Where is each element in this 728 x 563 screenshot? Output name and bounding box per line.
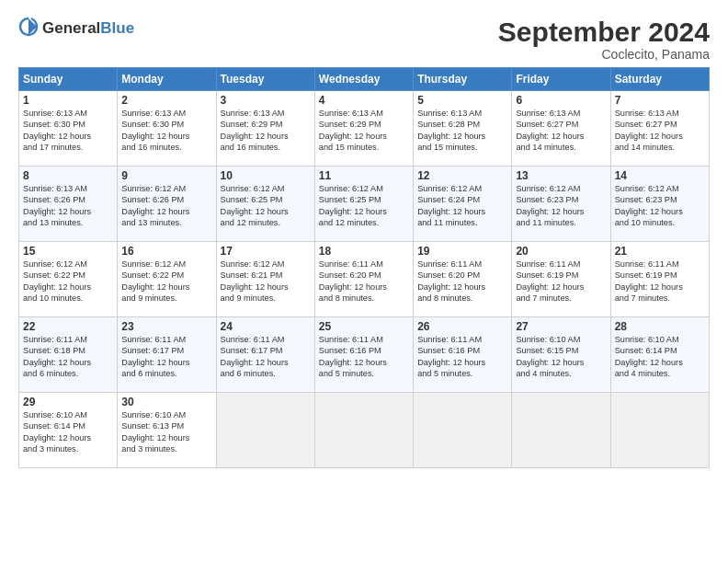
logo-icon bbox=[18, 17, 39, 40]
page: GeneralBlue September 2024 Coclecito, Pa… bbox=[0, 0, 728, 563]
cell-content: Sunrise: 6:12 AMSunset: 6:25 PMDaylight:… bbox=[319, 183, 409, 229]
calendar-cell: 28Sunrise: 6:10 AMSunset: 6:14 PMDayligh… bbox=[610, 317, 709, 393]
day-number: 29 bbox=[23, 396, 113, 408]
calendar-cell bbox=[314, 393, 413, 468]
calendar-cell: 26Sunrise: 6:11 AMSunset: 6:16 PMDayligh… bbox=[414, 317, 512, 393]
calendar-cell bbox=[610, 393, 709, 468]
calendar-cell: 14Sunrise: 6:12 AMSunset: 6:23 PMDayligh… bbox=[610, 167, 709, 242]
calendar-cell: 18Sunrise: 6:11 AMSunset: 6:20 PMDayligh… bbox=[314, 242, 413, 317]
calendar-cell: 24Sunrise: 6:11 AMSunset: 6:17 PMDayligh… bbox=[216, 317, 314, 393]
cell-content: Sunrise: 6:11 AMSunset: 6:18 PMDaylight:… bbox=[23, 334, 113, 380]
cell-content: Sunrise: 6:12 AMSunset: 6:23 PMDaylight:… bbox=[516, 183, 606, 229]
col-monday: Monday bbox=[118, 68, 216, 91]
calendar-cell: 27Sunrise: 6:10 AMSunset: 6:15 PMDayligh… bbox=[512, 317, 610, 393]
week-row-3: 15Sunrise: 6:12 AMSunset: 6:22 PMDayligh… bbox=[19, 242, 710, 317]
header-row: Sunday Monday Tuesday Wednesday Thursday… bbox=[19, 68, 710, 91]
day-number: 4 bbox=[319, 94, 409, 107]
day-number: 3 bbox=[221, 94, 311, 107]
calendar-cell: 1Sunrise: 6:13 AMSunset: 6:30 PMDaylight… bbox=[19, 91, 118, 167]
day-number: 8 bbox=[23, 169, 113, 182]
day-number: 13 bbox=[516, 169, 606, 182]
logo-text: GeneralBlue bbox=[42, 20, 134, 38]
logo-blue: Blue bbox=[100, 19, 134, 37]
cell-content: Sunrise: 6:12 AMSunset: 6:22 PMDaylight:… bbox=[121, 259, 211, 304]
day-number: 5 bbox=[417, 94, 507, 107]
col-friday: Friday bbox=[512, 68, 610, 91]
cell-content: Sunrise: 6:12 AMSunset: 6:21 PMDaylight:… bbox=[221, 259, 311, 304]
calendar-cell: 9Sunrise: 6:12 AMSunset: 6:26 PMDaylight… bbox=[118, 167, 216, 242]
cell-content: Sunrise: 6:13 AMSunset: 6:29 PMDaylight:… bbox=[221, 108, 311, 154]
cell-content: Sunrise: 6:10 AMSunset: 6:14 PMDaylight:… bbox=[615, 334, 705, 380]
day-number: 23 bbox=[121, 320, 211, 333]
day-number: 1 bbox=[23, 94, 113, 107]
cell-content: Sunrise: 6:13 AMSunset: 6:26 PMDaylight:… bbox=[23, 183, 113, 229]
week-row-5: 29Sunrise: 6:10 AMSunset: 6:14 PMDayligh… bbox=[19, 393, 710, 468]
col-wednesday: Wednesday bbox=[314, 68, 413, 91]
cell-content: Sunrise: 6:11 AMSunset: 6:19 PMDaylight:… bbox=[516, 259, 606, 304]
cell-content: Sunrise: 6:11 AMSunset: 6:17 PMDaylight:… bbox=[221, 334, 311, 380]
cell-content: Sunrise: 6:13 AMSunset: 6:27 PMDaylight:… bbox=[615, 108, 705, 154]
day-number: 20 bbox=[516, 245, 606, 258]
week-row-2: 8Sunrise: 6:13 AMSunset: 6:26 PMDaylight… bbox=[19, 167, 710, 242]
day-number: 18 bbox=[319, 245, 409, 258]
calendar-cell: 19Sunrise: 6:11 AMSunset: 6:20 PMDayligh… bbox=[414, 242, 512, 317]
day-number: 22 bbox=[23, 320, 113, 333]
calendar-cell: 25Sunrise: 6:11 AMSunset: 6:16 PMDayligh… bbox=[314, 317, 413, 393]
calendar-cell: 23Sunrise: 6:11 AMSunset: 6:17 PMDayligh… bbox=[118, 317, 216, 393]
calendar-cell bbox=[414, 393, 512, 468]
col-sunday: Sunday bbox=[19, 68, 118, 91]
day-number: 11 bbox=[319, 169, 409, 182]
calendar-cell: 4Sunrise: 6:13 AMSunset: 6:29 PMDaylight… bbox=[314, 91, 413, 167]
header: GeneralBlue September 2024 Coclecito, Pa… bbox=[18, 17, 710, 62]
calendar-cell bbox=[216, 393, 314, 468]
day-number: 30 bbox=[121, 396, 211, 408]
day-number: 15 bbox=[23, 245, 113, 258]
col-tuesday: Tuesday bbox=[216, 68, 314, 91]
cell-content: Sunrise: 6:13 AMSunset: 6:27 PMDaylight:… bbox=[516, 108, 606, 154]
calendar-cell: 6Sunrise: 6:13 AMSunset: 6:27 PMDaylight… bbox=[512, 91, 610, 167]
day-number: 12 bbox=[417, 169, 507, 182]
day-number: 28 bbox=[615, 320, 705, 333]
cell-content: Sunrise: 6:11 AMSunset: 6:16 PMDaylight:… bbox=[417, 334, 507, 380]
cell-content: Sunrise: 6:12 AMSunset: 6:24 PMDaylight:… bbox=[417, 183, 507, 229]
calendar-cell: 20Sunrise: 6:11 AMSunset: 6:19 PMDayligh… bbox=[512, 242, 610, 317]
day-number: 27 bbox=[516, 320, 606, 333]
cell-content: Sunrise: 6:11 AMSunset: 6:16 PMDaylight:… bbox=[319, 334, 409, 380]
cell-content: Sunrise: 6:13 AMSunset: 6:28 PMDaylight:… bbox=[417, 108, 507, 154]
calendar-cell: 8Sunrise: 6:13 AMSunset: 6:26 PMDaylight… bbox=[19, 167, 118, 242]
calendar-cell: 13Sunrise: 6:12 AMSunset: 6:23 PMDayligh… bbox=[512, 167, 610, 242]
cell-content: Sunrise: 6:12 AMSunset: 6:25 PMDaylight:… bbox=[221, 183, 311, 229]
cell-content: Sunrise: 6:13 AMSunset: 6:30 PMDaylight:… bbox=[23, 108, 113, 154]
day-number: 7 bbox=[615, 94, 705, 107]
day-number: 21 bbox=[615, 245, 705, 258]
day-number: 24 bbox=[221, 320, 311, 333]
cell-content: Sunrise: 6:11 AMSunset: 6:17 PMDaylight:… bbox=[121, 334, 211, 380]
calendar-cell: 29Sunrise: 6:10 AMSunset: 6:14 PMDayligh… bbox=[19, 393, 118, 468]
day-number: 16 bbox=[121, 245, 211, 258]
cell-content: Sunrise: 6:11 AMSunset: 6:20 PMDaylight:… bbox=[319, 259, 409, 304]
logo: GeneralBlue bbox=[18, 17, 134, 40]
cell-content: Sunrise: 6:11 AMSunset: 6:19 PMDaylight:… bbox=[615, 259, 705, 304]
calendar-cell: 11Sunrise: 6:12 AMSunset: 6:25 PMDayligh… bbox=[314, 167, 413, 242]
calendar-cell: 16Sunrise: 6:12 AMSunset: 6:22 PMDayligh… bbox=[118, 242, 216, 317]
calendar-cell: 15Sunrise: 6:12 AMSunset: 6:22 PMDayligh… bbox=[19, 242, 118, 317]
cell-content: Sunrise: 6:10 AMSunset: 6:13 PMDaylight:… bbox=[121, 409, 211, 455]
cell-content: Sunrise: 6:13 AMSunset: 6:29 PMDaylight:… bbox=[319, 108, 409, 154]
week-row-1: 1Sunrise: 6:13 AMSunset: 6:30 PMDaylight… bbox=[19, 91, 710, 167]
day-number: 10 bbox=[221, 169, 311, 182]
day-number: 14 bbox=[615, 169, 705, 182]
col-saturday: Saturday bbox=[610, 68, 709, 91]
col-thursday: Thursday bbox=[414, 68, 512, 91]
cell-content: Sunrise: 6:11 AMSunset: 6:20 PMDaylight:… bbox=[417, 259, 507, 304]
cell-content: Sunrise: 6:13 AMSunset: 6:30 PMDaylight:… bbox=[121, 108, 211, 154]
day-number: 6 bbox=[516, 94, 606, 107]
cell-content: Sunrise: 6:12 AMSunset: 6:22 PMDaylight:… bbox=[23, 259, 113, 304]
cell-content: Sunrise: 6:12 AMSunset: 6:26 PMDaylight:… bbox=[121, 183, 211, 229]
logo-general: General bbox=[42, 19, 100, 37]
calendar-cell: 17Sunrise: 6:12 AMSunset: 6:21 PMDayligh… bbox=[216, 242, 314, 317]
day-number: 9 bbox=[121, 169, 211, 182]
day-number: 17 bbox=[221, 245, 311, 258]
calendar-cell: 22Sunrise: 6:11 AMSunset: 6:18 PMDayligh… bbox=[19, 317, 118, 393]
calendar-cell: 10Sunrise: 6:12 AMSunset: 6:25 PMDayligh… bbox=[216, 167, 314, 242]
cell-content: Sunrise: 6:12 AMSunset: 6:23 PMDaylight:… bbox=[615, 183, 705, 229]
